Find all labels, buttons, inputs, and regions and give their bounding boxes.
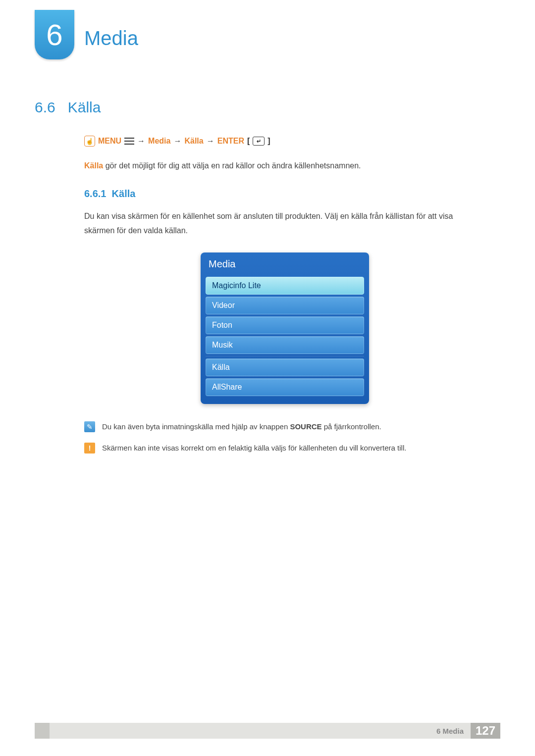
footer-accent	[35, 723, 50, 739]
footer-stripe: 6 Media	[35, 723, 471, 739]
tip-text: Du kan även byta inmatningskälla med hjä…	[102, 421, 381, 433]
menu-item-kalla[interactable]: Källa	[206, 358, 364, 376]
menu-item-foton[interactable]: Foton	[206, 316, 364, 334]
navigation-path: ☝ MENU → Media → Källa → ENTER[↵]	[84, 136, 485, 147]
section-number: 6.6	[35, 99, 55, 115]
nav-arrow-3: →	[207, 137, 214, 146]
nav-menu-label: MENU	[98, 137, 121, 146]
menu-item-videor[interactable]: Videor	[206, 297, 364, 314]
nav-step-media: Media	[148, 137, 170, 146]
hand-icon: ☝	[84, 136, 95, 147]
tip-post: på fjärrkontrollen.	[322, 422, 381, 431]
menu-bars-icon	[124, 138, 134, 145]
intro-bold: Källa	[84, 161, 103, 170]
menu-divider	[206, 356, 364, 356]
nav-step-kalla: Källa	[184, 137, 203, 146]
chapter-number-badge: 6	[35, 10, 74, 59]
section-title: Källa	[68, 99, 101, 115]
media-menu: Media Magicinfo Lite Videor Foton Musik …	[201, 252, 369, 404]
warning-note: ! Skärmen kan inte visas korrekt om en f…	[84, 443, 485, 454]
nav-arrow-1: →	[137, 137, 145, 146]
warning-text: Skärmen kan inte visas korrekt om en fel…	[102, 443, 406, 454]
intro-rest: gör det möjligt för dig att välja en rad…	[103, 161, 361, 170]
media-menu-title: Media	[201, 252, 369, 275]
subsection-number: 6.6.1	[84, 188, 106, 199]
intro-text: Källa gör det möjligt för dig att välja …	[84, 159, 485, 173]
pencil-icon: ✎	[84, 421, 95, 432]
page-number: 127	[471, 723, 500, 739]
footer-chapter-label: 6 Media	[436, 727, 464, 735]
menu-item-allshare[interactable]: AllShare	[206, 378, 364, 396]
chapter-header: 6 Media	[35, 10, 500, 59]
page-footer: 6 Media 127	[0, 723, 535, 739]
enter-icon: ↵	[253, 137, 265, 146]
menu-item-magicinfo[interactable]: Magicinfo Lite	[206, 277, 364, 295]
subsection-heading: 6.6.1 Källa	[84, 188, 485, 200]
nav-enter-label: ENTER	[217, 137, 244, 146]
nav-arrow-2: →	[173, 137, 181, 146]
tip-note: ✎ Du kan även byta inmatningskälla med h…	[84, 421, 485, 433]
warning-icon: !	[84, 443, 95, 454]
menu-item-musik[interactable]: Musik	[206, 336, 364, 354]
menu-screenshot: Media Magicinfo Lite Videor Foton Musik …	[84, 252, 485, 404]
chapter-title: Media	[84, 27, 138, 50]
tip-pre: Du kan även byta inmatningskälla med hjä…	[102, 422, 290, 431]
subsection-title: Källa	[112, 188, 136, 199]
tip-bold: SOURCE	[290, 422, 321, 431]
subsection-text: Du kan visa skärmen för en källenhet som…	[84, 209, 485, 238]
section-heading: 6.6 Källa	[35, 99, 500, 116]
